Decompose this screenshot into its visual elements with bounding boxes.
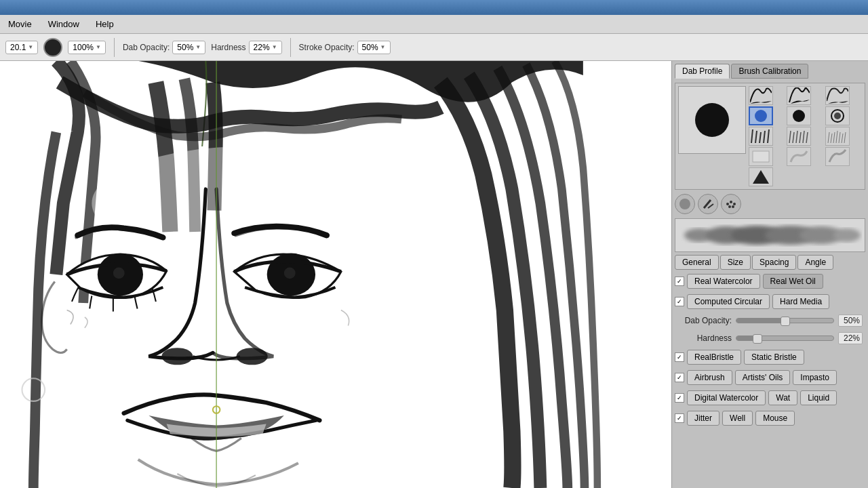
menu-window[interactable]: Window — [45, 18, 82, 30]
btn-wat[interactable]: Wat — [768, 390, 797, 405]
main-area: Dab Profile Brush Calibration — [0, 61, 868, 488]
svg-line-31 — [842, 134, 843, 143]
toolbar-divider-2 — [290, 38, 291, 57]
svg-point-40 — [733, 203, 736, 205]
category-realbristle: ✓ RealBristle Static Bristle — [675, 348, 865, 366]
brush-thumb-12[interactable] — [825, 147, 850, 166]
svg-marker-34 — [753, 170, 769, 184]
btn-mouse[interactable]: Mouse — [755, 411, 795, 426]
brush-thumb-9[interactable] — [825, 127, 850, 146]
svg-line-20 — [789, 131, 791, 143]
brush-large-preview — [678, 86, 746, 154]
btn-digital-watercolor[interactable]: Digital Watercolor — [687, 390, 766, 405]
svg-line-28 — [833, 132, 835, 143]
tab-spacing[interactable]: Spacing — [752, 255, 796, 270]
brush-thumb-4[interactable] — [749, 106, 773, 125]
svg-line-37 — [708, 204, 713, 208]
svg-line-30 — [839, 132, 840, 143]
dab-opacity-thumb[interactable] — [781, 317, 790, 326]
dab-opacity-fill — [736, 319, 785, 323]
btn-hard-media[interactable]: Hard Media — [772, 294, 829, 309]
hardness-thumb[interactable] — [753, 334, 762, 344]
tab-dab-profile[interactable]: Dab Profile — [675, 64, 730, 79]
brush-thumbnails — [749, 86, 862, 186]
hardness-dropdown[interactable]: 22% ▼ — [249, 41, 282, 54]
tab-general[interactable]: General — [675, 255, 719, 270]
svg-line-32 — [844, 132, 846, 143]
svg-point-42 — [732, 205, 734, 208]
stroke-opacity-group: Stroke Opacity: 50% ▼ — [299, 41, 391, 54]
checkbox-realbristle[interactable]: ✓ — [675, 352, 684, 362]
btn-real-wet-oil[interactable]: Real Wet Oil — [763, 274, 823, 289]
checkbox-computed-circular[interactable]: ✓ — [675, 297, 684, 306]
brush-thumb-3[interactable] — [825, 86, 850, 105]
checkbox-digital-watercolor[interactable]: ✓ — [675, 393, 684, 403]
brush-thumb-5[interactable] — [787, 106, 811, 125]
brush-thumb-10[interactable] — [749, 147, 773, 166]
svg-line-17 — [760, 132, 761, 143]
btn-real-watercolor[interactable]: Real Watercolor — [687, 274, 760, 289]
svg-point-7 — [237, 348, 268, 365]
brush-modes — [675, 192, 865, 216]
dab-opacity-slider-label: Dab Opacity: — [677, 316, 732, 325]
svg-point-38 — [726, 203, 729, 205]
svg-line-27 — [831, 134, 832, 143]
zoom-value-dropdown[interactable]: 20.1 ▼ — [5, 41, 38, 54]
svg-point-35 — [679, 199, 690, 209]
btn-airbrush[interactable]: Airbrush — [687, 370, 732, 385]
brush-thumb-7[interactable] — [749, 127, 773, 146]
brush-thumb-11[interactable] — [787, 147, 811, 166]
brush-preview-icon[interactable] — [43, 38, 62, 57]
checkbox-real-watercolor[interactable]: ✓ — [675, 277, 684, 286]
dab-opacity-slider-track[interactable] — [736, 318, 834, 323]
menu-help[interactable]: Help — [93, 18, 117, 30]
svg-point-11 — [755, 110, 767, 122]
dab-opacity-dropdown[interactable]: 50% ▼ — [172, 41, 205, 54]
brush-thumb-2[interactable] — [787, 86, 811, 105]
mode-dots-icon[interactable] — [721, 194, 741, 214]
category-real-watercolor: ✓ Real Watercolor Real Wet Oil — [675, 272, 865, 290]
category-jitter: ✓ Jitter Well Mouse — [675, 409, 865, 427]
btn-well[interactable]: Well — [722, 411, 753, 426]
toolbar: 20.1 ▼ 100% ▼ Dab Opacity: 50% ▼ Hardnes… — [0, 34, 868, 61]
svg-point-48 — [833, 228, 861, 242]
btn-liquid[interactable]: Liquid — [800, 390, 837, 405]
btn-computed-circular[interactable]: Computed Circular — [687, 294, 770, 309]
canvas-area[interactable] — [0, 61, 671, 488]
stroke-opacity-dropdown[interactable]: 50% ▼ — [357, 41, 391, 54]
hardness-group: Hardness 22% ▼ — [211, 41, 281, 54]
zoom-percent-dropdown[interactable]: 100% ▼ — [68, 41, 106, 54]
svg-line-16 — [755, 131, 757, 143]
brush-thumb-8[interactable] — [787, 127, 811, 146]
svg-line-24 — [803, 131, 804, 143]
tab-size[interactable]: Size — [720, 255, 751, 270]
menu-movie[interactable]: Movie — [5, 18, 35, 30]
brush-dot — [695, 103, 729, 137]
btn-jitter[interactable]: Jitter — [687, 411, 719, 426]
tab-brush-calibration[interactable]: Brush Calibration — [731, 64, 808, 79]
mode-slash-icon[interactable] — [698, 194, 718, 214]
svg-point-12 — [793, 110, 805, 122]
brush-preview-area — [675, 83, 865, 190]
drawing-canvas — [0, 61, 671, 488]
checkbox-airbrush[interactable]: ✓ — [675, 373, 684, 382]
svg-line-23 — [800, 132, 801, 143]
tab-angle[interactable]: Angle — [797, 255, 833, 270]
panel-tabs: Dab Profile Brush Calibration — [675, 64, 865, 79]
svg-point-1 — [92, 146, 405, 260]
btn-artists-oils[interactable]: Artists' Oils — [735, 370, 791, 385]
btn-realbristle[interactable]: RealBristle — [687, 350, 741, 365]
section-tabs: General Size Spacing Angle — [675, 255, 865, 270]
brush-thumb-13[interactable] — [749, 167, 773, 186]
hardness-slider-track[interactable] — [736, 336, 834, 341]
dab-opacity-value: 50% — [838, 314, 863, 327]
brush-thumb-1[interactable] — [749, 86, 773, 105]
btn-static-bristle[interactable]: Static Bristle — [744, 350, 804, 365]
stroke-preview — [675, 218, 865, 252]
brush-thumb-6[interactable] — [825, 106, 850, 125]
btn-impasto[interactable]: Impasto — [793, 370, 837, 385]
checkbox-jitter[interactable]: ✓ — [675, 413, 684, 423]
svg-point-14 — [834, 113, 841, 119]
dab-opacity-slider-row: Dab Opacity: 50% — [675, 313, 865, 328]
mode-circle-icon[interactable] — [675, 194, 695, 214]
